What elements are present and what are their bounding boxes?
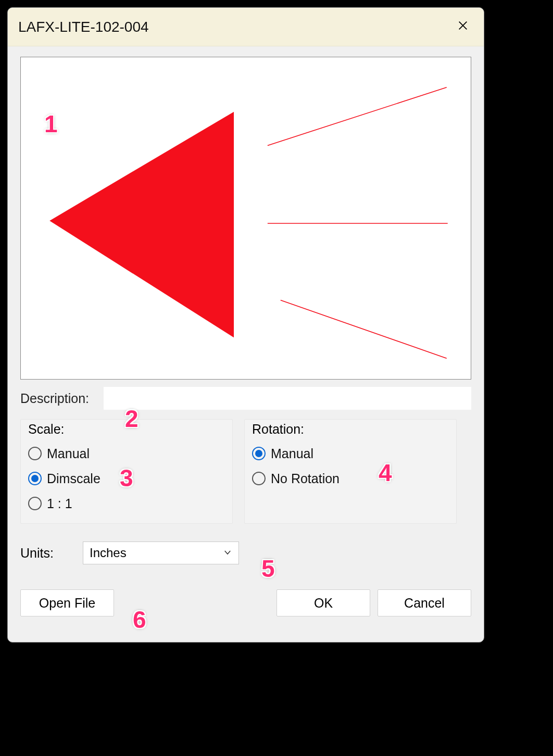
scale-option-label: Dimscale: [47, 471, 100, 486]
rotation-group: Rotation: Manual No Rotation: [244, 419, 457, 524]
radio-icon: [252, 447, 266, 460]
open-file-button[interactable]: Open File: [20, 589, 114, 616]
description-label: Description:: [20, 391, 104, 406]
units-select[interactable]: Inches: [83, 541, 239, 564]
radio-icon: [252, 472, 266, 485]
preview-pane: [20, 57, 471, 380]
scale-option-manual[interactable]: Manual: [28, 441, 225, 466]
titlebar: LAFX-LITE-102-004: [8, 8, 484, 46]
preview-graphic: [21, 57, 471, 379]
rotation-option-none[interactable]: No Rotation: [252, 466, 449, 491]
button-row: Open File OK Cancel: [20, 589, 471, 616]
radio-icon: [28, 472, 42, 485]
radio-icon: [28, 447, 42, 460]
scale-option-label: 1 : 1: [47, 496, 72, 511]
cancel-button[interactable]: Cancel: [378, 589, 471, 616]
chevron-down-icon: [223, 546, 232, 560]
scale-group-label: Scale:: [28, 422, 225, 437]
rotation-option-label: No Rotation: [271, 471, 340, 486]
ok-button[interactable]: OK: [276, 589, 370, 616]
close-button[interactable]: [453, 20, 473, 34]
units-value: Inches: [90, 546, 127, 560]
option-groups: Scale: Manual Dimscale 1 : 1 Rotation:: [20, 419, 471, 524]
description-row: Description:: [20, 387, 471, 410]
rotation-option-manual[interactable]: Manual: [252, 441, 449, 466]
ray-top: [268, 87, 447, 146]
rotation-group-label: Rotation:: [252, 422, 449, 437]
close-icon: [457, 20, 469, 34]
units-label: Units:: [20, 546, 83, 561]
ray-bottom: [281, 300, 447, 358]
radio-icon: [28, 497, 42, 510]
rotation-option-label: Manual: [271, 446, 313, 461]
scale-group: Scale: Manual Dimscale 1 : 1: [20, 419, 233, 524]
dialog-title: LAFX-LITE-102-004: [18, 19, 453, 35]
dialog-body: Description: Scale: Manual Dimscale 1 : …: [8, 46, 484, 629]
scale-option-one[interactable]: 1 : 1: [28, 491, 225, 516]
dialog: LAFX-LITE-102-004 Description: Scale:: [7, 7, 484, 642]
description-input[interactable]: [104, 387, 471, 410]
scale-option-label: Manual: [47, 446, 90, 461]
scale-option-dimscale[interactable]: Dimscale: [28, 466, 225, 491]
units-row: Units: Inches: [20, 541, 471, 564]
triangle-shape: [49, 112, 234, 338]
